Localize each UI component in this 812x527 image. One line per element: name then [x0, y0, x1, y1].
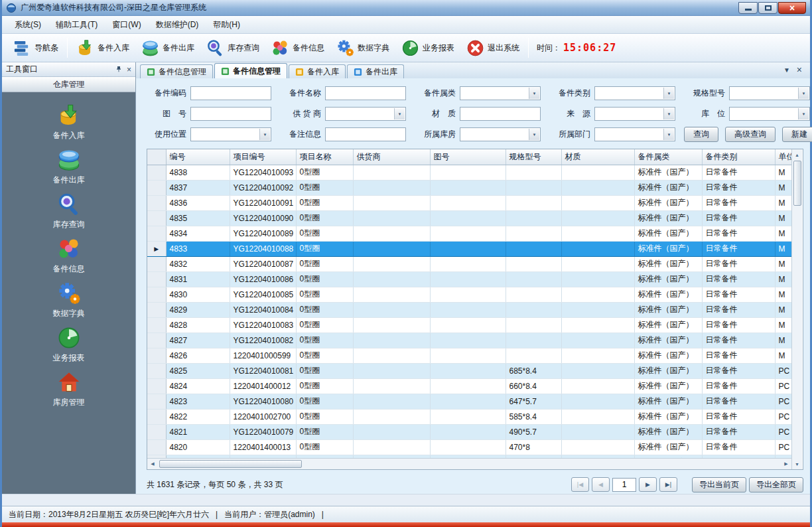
- grid-cell[interactable]: 4833: [166, 241, 230, 256]
- grid-cell[interactable]: 日常备件: [702, 439, 775, 455]
- source-select[interactable]: ▼: [594, 107, 675, 121]
- grid-cell[interactable]: 4823: [166, 394, 230, 409]
- grid-cell[interactable]: [430, 348, 506, 363]
- grid-cell[interactable]: 4834: [166, 226, 230, 241]
- scroll-right-icon[interactable]: ▶: [781, 459, 791, 469]
- grid-cell[interactable]: [353, 439, 430, 455]
- grid-cell[interactable]: PC: [775, 378, 791, 394]
- parts-outbound-button[interactable]: 备件出库: [135, 36, 200, 60]
- table-row[interactable]: 482012204014000130型圈470*8标准件（国产）日常备件PC: [147, 439, 791, 455]
- grid-cell[interactable]: [430, 287, 506, 302]
- scroll-up-icon[interactable]: ▲: [792, 149, 803, 160]
- part-type-select[interactable]: ▼: [594, 86, 675, 100]
- grid-cell[interactable]: [353, 271, 430, 287]
- remark-input[interactable]: [325, 127, 406, 141]
- grid-cell[interactable]: [561, 317, 634, 333]
- grid-cell[interactable]: [561, 180, 634, 195]
- menu-aux-tools[interactable]: 辅助工具(T): [48, 17, 105, 33]
- row-indicator[interactable]: [147, 180, 166, 195]
- sidebar-item-data-dictionary[interactable]: 数据字典: [2, 278, 135, 323]
- row-indicator[interactable]: [147, 348, 166, 363]
- grid-header-type[interactable]: 备件类别: [702, 149, 775, 165]
- grid-cell[interactable]: 0型圈: [296, 195, 353, 210]
- grid-cell[interactable]: [353, 409, 430, 424]
- grid-cell[interactable]: 0型圈: [296, 302, 353, 317]
- grid-cell[interactable]: 4838: [166, 165, 230, 180]
- grid-cell[interactable]: 660*8.4: [506, 378, 561, 394]
- grid-cell[interactable]: [561, 195, 634, 210]
- grid-cell[interactable]: [506, 287, 561, 302]
- row-indicator[interactable]: [147, 256, 166, 271]
- drawing-no-input[interactable]: [190, 107, 271, 121]
- grid-cell[interactable]: 标准件（国产）: [634, 256, 702, 271]
- grid-cell[interactable]: [353, 287, 430, 302]
- grid-cell[interactable]: [561, 210, 634, 226]
- grid-cell[interactable]: M: [775, 333, 791, 348]
- sidebar-item-business-report[interactable]: 业务报表: [2, 323, 135, 367]
- grid-cell[interactable]: 0型圈: [296, 378, 353, 394]
- grid-cell[interactable]: [506, 210, 561, 226]
- grid-cell[interactable]: 日常备件: [702, 195, 775, 210]
- grid-cell[interactable]: YG12204010088: [230, 241, 296, 256]
- grid-cell[interactable]: 0型圈: [296, 165, 353, 180]
- grid-cell[interactable]: M: [775, 256, 791, 271]
- grid-header-drawing-no[interactable]: 图号: [430, 149, 506, 165]
- grid-cell[interactable]: [430, 271, 506, 287]
- grid-cell[interactable]: 日常备件: [702, 424, 775, 439]
- grid-cell[interactable]: 4835: [166, 210, 230, 226]
- table-row[interactable]: 4832YG122040100870型圈标准件（国产）日常备件M: [147, 256, 791, 271]
- grid-cell[interactable]: 4830: [166, 287, 230, 302]
- grid-cell[interactable]: 4836: [166, 195, 230, 210]
- grid-cell[interactable]: PC: [775, 424, 791, 439]
- grid-cell[interactable]: [353, 348, 430, 363]
- prev-page-button[interactable]: ◀: [592, 477, 610, 492]
- grid-header-unit[interactable]: 单位: [775, 149, 791, 165]
- table-row[interactable]: 482412204014000120型圈660*8.4标准件（国产）日常备件PC: [147, 378, 791, 394]
- row-indicator[interactable]: ▶: [147, 241, 166, 256]
- grid-cell[interactable]: 标准件（国产）: [634, 165, 702, 180]
- grid-cell[interactable]: YG12204010086: [230, 271, 296, 287]
- inventory-query-button[interactable]: 库存查询: [200, 36, 265, 60]
- grid-cell[interactable]: [561, 287, 634, 302]
- grid-cell[interactable]: 4829: [166, 302, 230, 317]
- grid-cell[interactable]: 585*8.4: [506, 409, 561, 424]
- close-button[interactable]: ×: [778, 2, 806, 14]
- part-category-select[interactable]: ▼: [460, 86, 541, 100]
- grid-cell[interactable]: [430, 378, 506, 394]
- row-indicator[interactable]: [147, 378, 166, 394]
- grid-cell[interactable]: [430, 317, 506, 333]
- grid-cell[interactable]: [430, 195, 506, 210]
- grid-cell[interactable]: 标准件（国产）: [634, 317, 702, 333]
- navbar-button[interactable]: 导航条: [7, 36, 64, 60]
- grid-cell[interactable]: [561, 271, 634, 287]
- sidebar-item-warehouse-mgmt[interactable]: 库房管理: [2, 367, 135, 412]
- grid-cell[interactable]: 0型圈: [296, 317, 353, 333]
- menu-help[interactable]: 帮助(H): [206, 17, 247, 33]
- grid-cell[interactable]: 日常备件: [702, 256, 775, 271]
- grid-cell[interactable]: YG12204010083: [230, 317, 296, 333]
- grid-cell[interactable]: 4826: [166, 348, 230, 363]
- grid-cell[interactable]: 日常备件: [702, 363, 775, 378]
- grid-cell[interactable]: [353, 180, 430, 195]
- grid-cell[interactable]: 标准件（国产）: [634, 271, 702, 287]
- table-row[interactable]: 4828YG122040100830型圈标准件（国产）日常备件M: [147, 317, 791, 333]
- grid-cell[interactable]: YG12204010082: [230, 333, 296, 348]
- grid-cell[interactable]: [430, 302, 506, 317]
- row-indicator[interactable]: [147, 424, 166, 439]
- grid-cell[interactable]: [430, 180, 506, 195]
- vertical-scrollbar[interactable]: ▲ ▼: [791, 149, 802, 469]
- menu-data-maintenance[interactable]: 数据维护(D): [149, 17, 206, 33]
- grid-header-supplier[interactable]: 供货商: [353, 149, 430, 165]
- grid-cell[interactable]: 490*5.7: [506, 424, 561, 439]
- grid-cell[interactable]: YG12204010084: [230, 302, 296, 317]
- grid-cell[interactable]: [430, 363, 506, 378]
- grid-cell[interactable]: M: [775, 287, 791, 302]
- grid-cell[interactable]: YG12204010089: [230, 226, 296, 241]
- grid-cell[interactable]: [506, 348, 561, 363]
- grid-cell[interactable]: [506, 165, 561, 180]
- table-row[interactable]: 4831YG122040100860型圈标准件（国产）日常备件M: [147, 271, 791, 287]
- row-indicator[interactable]: [147, 317, 166, 333]
- grid-cell[interactable]: 0型圈: [296, 348, 353, 363]
- grid-cell[interactable]: [353, 378, 430, 394]
- grid-cell[interactable]: 1220401002700: [230, 409, 296, 424]
